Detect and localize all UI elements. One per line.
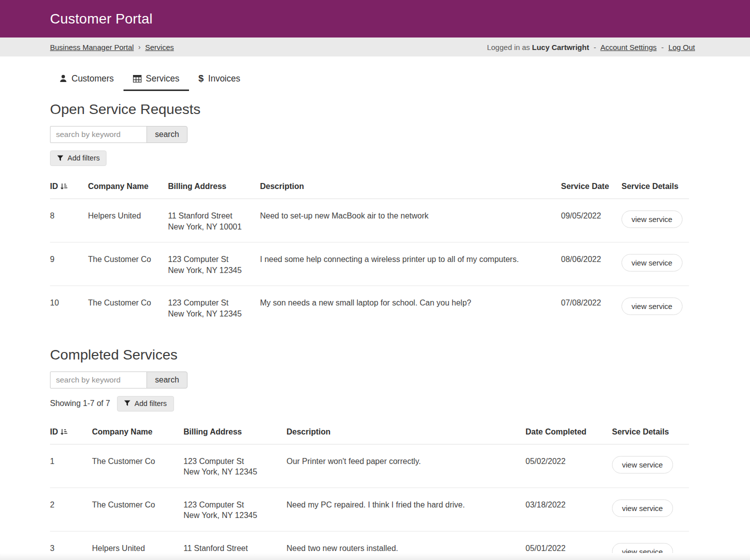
cell-description: My son needs a new small laptop for scho… [260,286,561,330]
column-header-label: Description [286,428,330,436]
user-name: Lucy Cartwright [532,43,589,52]
cell-service-details: view service [622,199,689,242]
search-button[interactable]: search [146,126,188,143]
address-line-1: 123 Computer St [184,456,282,467]
table-row: 8Helpers United11 Stanford StreetNew Yor… [50,199,689,242]
cell-date: 05/02/2022 [526,444,612,488]
column-header-billing-address: Billing Address [168,175,260,199]
service-description: I need some help connecting a wireless p… [260,255,519,264]
service-description: Need to set-up new MacBook air to the ne… [260,212,428,220]
dollar-icon: $ [198,73,204,84]
separator-dash: - [661,43,664,52]
column-header-label: Date Completed [526,428,586,436]
company-name: The Customer Co [92,500,155,509]
service-description: Need my PC repaired. I think I fried the… [286,500,465,509]
tab-label: Invoices [208,74,240,84]
service-id: 2 [50,500,54,509]
table-header: IDCompany NameBilling AddressDescription… [50,420,689,444]
column-header-id[interactable]: ID [50,175,88,199]
open-requests-title: Open Service Requests [50,101,689,118]
service-description: Need two new routers installed. [286,544,398,552]
add-filters-button[interactable]: Add filters [117,396,174,412]
service-date: 03/18/2022 [526,500,566,509]
service-date: 05/02/2022 [526,457,566,466]
company-name: The Customer Co [88,255,151,264]
service-date: 09/05/2022 [561,212,601,220]
log-out-link[interactable]: Log Out [668,43,695,52]
tab-invoices[interactable]: $ Invoices [189,68,250,91]
breadcrumb-link-business-manager-portal[interactable]: Business Manager Portal [50,43,134,52]
column-header-description: Description [260,175,561,199]
session-info: Logged in as Lucy Cartwright - Account S… [487,43,695,52]
column-header-label: Company Name [92,428,152,436]
cell-description: Need my PC repaired. I think I fried the… [286,488,526,531]
search-input[interactable] [50,126,147,143]
cell-description: Our Printer won't feed paper correctly. [286,444,526,488]
address-line-1: 123 Computer St [184,500,282,510]
column-header-date-completed: Date Completed [526,420,612,444]
column-header-label: ID [50,182,58,191]
tab-services[interactable]: Services [124,68,189,91]
company-name: The Customer Co [88,298,151,307]
cell-billing-address: 123 Computer StNew York, NY 12345 [168,286,260,330]
address-line-2: New York, NY 12345 [184,510,282,521]
column-header-label: ID [50,428,58,436]
table-row: 2The Customer Co123 Computer StNew York,… [50,488,689,531]
cell-id: 9 [50,242,88,286]
address-line-2: New York, NY 12345 [184,466,282,478]
service-id: 10 [50,298,59,307]
account-settings-link[interactable]: Account Settings [600,43,657,52]
service-date: 07/08/2022 [561,298,601,307]
table-icon [133,75,142,82]
service-id: 9 [50,255,54,264]
view-service-button[interactable]: view service [622,254,682,272]
cell-service-details: view service [622,242,689,286]
table-row: 10The Customer Co123 Computer StNew York… [50,286,689,330]
sort-icon[interactable] [60,183,68,190]
page-title: Customer Portal [50,11,152,27]
tab-customers[interactable]: Customers [50,68,124,91]
add-filters-button[interactable]: Add filters [50,150,106,166]
cell-service-details: view service [612,488,689,531]
column-header-label: Service Details [612,428,669,436]
completed-services-title: Completed Services [50,346,689,363]
view-service-button[interactable]: view service [622,298,682,315]
breadcrumb-bar: Business Manager Portal › Services Logge… [0,38,750,56]
tab-label: Customers [72,74,114,84]
cell-description: I need some help connecting a wireless p… [260,242,561,286]
cell-id: 10 [50,286,88,330]
cell-company: The Customer Co [88,286,168,330]
search-button[interactable]: search [146,372,188,388]
column-header-label: Service Details [622,182,678,191]
address-line-2: New York, NY 12345 [168,265,255,276]
column-header-label: Description [260,182,304,191]
sort-icon[interactable] [60,428,68,436]
service-id: 1 [50,457,54,466]
cell-billing-address: 11 Stanford StreetNew York, NY 10001 [168,199,260,242]
cell-company: The Customer Co [92,488,184,531]
company-name: Helpers United [92,544,145,552]
view-service-button[interactable]: view service [612,500,673,517]
breadcrumb-link-services[interactable]: Services [145,43,174,52]
column-header-company-name: Company Name [88,175,168,199]
address-line-2: New York, NY 12345 [168,308,255,320]
column-header-billing-address: Billing Address [184,420,286,444]
add-filters-label: Add filters [134,400,166,408]
breadcrumb-separator-icon: › [138,43,141,51]
column-header-label: Service Date [561,182,609,191]
view-service-button[interactable]: view service [622,210,682,228]
column-header-description: Description [286,420,526,444]
cell-company: The Customer Co [88,242,168,286]
search-input[interactable] [50,372,147,388]
showing-count-label: Showing 1-7 of 7 [50,399,110,408]
tab-bar: Customers Services $ Invoices [50,68,689,91]
view-service-button[interactable]: view service [612,456,673,474]
service-description: My son needs a new small laptop for scho… [260,298,471,307]
cell-company: The Customer Co [92,444,184,488]
address-line-1: 123 Computer St [168,298,255,308]
company-name: Helpers United [88,212,141,220]
logged-in-label: Logged in as [487,43,530,52]
table-row: 9The Customer Co123 Computer StNew York,… [50,242,689,286]
column-header-label: Company Name [88,182,148,191]
column-header-id[interactable]: ID [50,420,92,444]
